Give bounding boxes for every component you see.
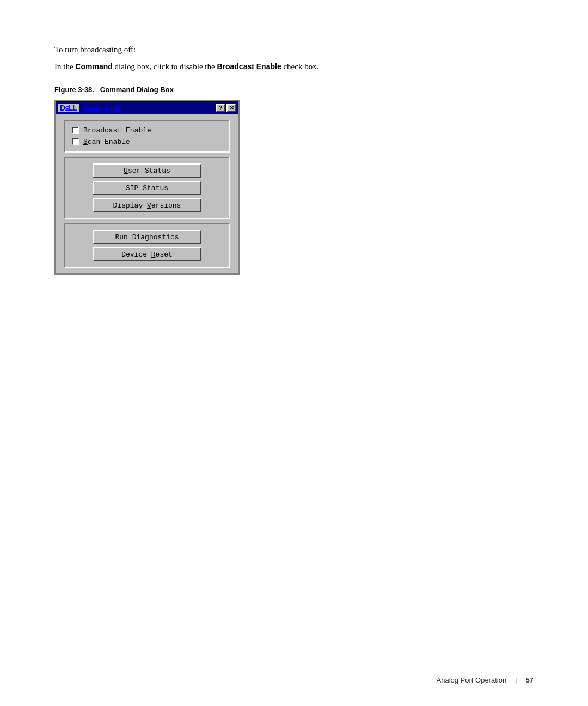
dialog-titlebar: D≤LL Commands ? ✕	[56, 101, 238, 114]
figure-title: Command Dialog Box	[100, 86, 174, 94]
scan-enable-checkbox[interactable]: Scan Enable	[72, 138, 222, 146]
user-status-button[interactable]: User Status	[93, 163, 201, 178]
titlebar-buttons: ? ✕	[216, 104, 236, 112]
sip-status-label: SIP Status	[126, 184, 168, 192]
dialog-title: Commands	[82, 104, 121, 112]
footer-section: Analog Port Operation	[437, 676, 507, 684]
titlebar-left: D≤LL Commands	[58, 104, 121, 112]
footer-separator: |	[515, 676, 517, 684]
dell-logo: D≤LL	[58, 104, 79, 112]
display-versions-button[interactable]: Display Versions	[93, 198, 201, 212]
help-button[interactable]: ?	[216, 104, 225, 112]
broadcast-enable-box[interactable]	[72, 127, 79, 134]
broadcast-underline: B	[83, 126, 88, 135]
page-content: To turn broadcasting off: In the Command…	[0, 0, 588, 318]
figure-label: Figure 3-38. Command Dialog Box	[54, 86, 534, 94]
display-versions-label: Display Versions	[113, 202, 181, 210]
figure-number: Figure 3-38.	[54, 86, 94, 94]
page-footer: Analog Port Operation | 57	[437, 676, 534, 684]
intro-text-1: To turn broadcasting off:	[54, 45, 136, 54]
device-reset-button[interactable]: Device Reset	[93, 247, 201, 261]
command-word: Command	[75, 62, 112, 71]
broadcast-enable-checkbox[interactable]: Broadcast Enable	[72, 126, 222, 135]
scan-underline: S	[83, 138, 88, 146]
intro-line1: To turn broadcasting off:	[54, 44, 534, 56]
intro-line2: In the Command dialog box, click to disa…	[54, 60, 534, 73]
run-diagnostics-button[interactable]: Run Diagnostics	[93, 230, 201, 244]
buttons-group-2: Run Diagnostics Device Reset	[64, 223, 230, 268]
user-status-label: User Status	[124, 167, 170, 175]
device-reset-label: Device Reset	[121, 251, 173, 259]
commands-dialog: D≤LL Commands ? ✕ Broadcast Enable Scan …	[54, 100, 240, 275]
dialog-body: Broadcast Enable Scan Enable User Status…	[56, 114, 238, 273]
scan-enable-label: Scan Enable	[83, 138, 130, 146]
close-button[interactable]: ✕	[226, 104, 236, 112]
scan-enable-box[interactable]	[72, 138, 79, 145]
intro-middle: dialog box, click to disable the	[113, 62, 217, 71]
sip-status-button[interactable]: SIP Status	[93, 181, 201, 195]
run-diagnostics-label: Run Diagnostics	[115, 233, 179, 241]
intro-suffix: check box.	[281, 62, 319, 71]
broadcast-enable-ref: Broadcast Enable	[217, 62, 281, 71]
broadcast-enable-label: Broadcast Enable	[83, 126, 151, 135]
page-number: 57	[526, 676, 534, 684]
checkboxes-section: Broadcast Enable Scan Enable	[64, 120, 230, 153]
intro-prefix: In the	[54, 62, 75, 71]
buttons-group-1: User Status SIP Status Display Versions	[64, 157, 230, 219]
